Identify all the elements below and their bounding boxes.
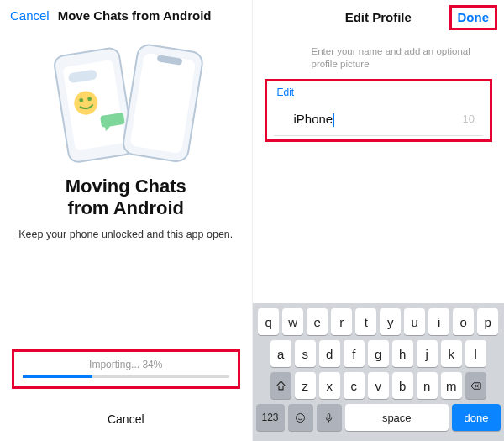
progress-track [23, 375, 229, 378]
name-input[interactable]: iPhone [294, 112, 463, 127]
svg-point-10 [298, 416, 299, 417]
numbers-key[interactable]: 123 [256, 404, 285, 431]
name-char-count: 10 [463, 113, 475, 125]
edit-label[interactable]: Edit [277, 87, 484, 98]
phones-illustration [0, 39, 252, 165]
done-highlight: Done [449, 5, 498, 30]
key-s[interactable]: s [295, 340, 316, 367]
key-g[interactable]: g [368, 340, 389, 367]
name-field-row[interactable]: iPhone 10 [274, 107, 484, 136]
key-n[interactable]: n [417, 372, 438, 399]
key-u[interactable]: u [404, 308, 425, 335]
key-y[interactable]: y [380, 308, 401, 335]
key-r[interactable]: r [331, 308, 352, 335]
svg-point-9 [297, 413, 305, 422]
ios-keyboard[interactable]: q w e r t y u i o p a s d f g h j k l [253, 303, 505, 441]
edit-profile-screen: Edit Profile Done Enter your name and ad… [253, 0, 505, 441]
right-header: Edit Profile Done [253, 0, 505, 34]
key-c[interactable]: c [344, 372, 365, 399]
key-i[interactable]: i [428, 308, 449, 335]
moving-title-line1: Moving Chats [0, 176, 252, 197]
key-z[interactable]: z [295, 372, 316, 399]
key-e[interactable]: e [307, 308, 328, 335]
key-f[interactable]: f [344, 340, 365, 367]
svg-rect-12 [328, 413, 330, 418]
moving-subtitle: Keep your phone unlocked and this app op… [0, 228, 252, 240]
text-caret [333, 113, 334, 127]
backspace-icon [470, 380, 482, 392]
key-o[interactable]: o [453, 308, 474, 335]
key-b[interactable]: b [392, 372, 413, 399]
key-l[interactable]: l [465, 340, 486, 367]
key-w[interactable]: w [282, 308, 303, 335]
key-x[interactable]: x [319, 372, 340, 399]
edit-profile-title: Edit Profile [345, 10, 412, 24]
key-v[interactable]: v [368, 372, 389, 399]
name-value: iPhone [294, 112, 333, 126]
emoji-key[interactable] [288, 404, 313, 431]
cancel-button[interactable]: Cancel [10, 8, 50, 23]
done-button[interactable]: Done [458, 10, 490, 24]
key-t[interactable]: t [355, 308, 376, 335]
importing-label: Importing... 34% [23, 359, 229, 370]
key-m[interactable]: m [441, 372, 462, 399]
move-chats-screen: Cancel Move Chats from Android [0, 0, 253, 441]
shift-icon [275, 380, 287, 392]
key-d[interactable]: d [319, 340, 340, 367]
key-a[interactable]: a [270, 340, 291, 367]
bottom-cancel-button[interactable]: Cancel [0, 412, 252, 426]
emoji-icon [294, 412, 307, 424]
keyboard-row-4: 123 space done [256, 404, 501, 431]
mic-icon [323, 412, 335, 424]
key-j[interactable]: j [417, 340, 438, 367]
moving-title-line2: from Android [0, 197, 252, 219]
progress-fill [23, 375, 92, 378]
name-edit-highlight: Edit iPhone 10 [265, 79, 493, 142]
backspace-key[interactable] [465, 372, 486, 399]
shift-key[interactable] [270, 372, 291, 399]
page-title: Move Chats from Android [58, 8, 212, 23]
keyboard-row-2: a s d f g h j k l [256, 340, 501, 367]
keyboard-row-1: q w e r t y u i o p [256, 308, 501, 335]
keyboard-row-3: z x c v b n m [256, 372, 501, 399]
key-q[interactable]: q [258, 308, 279, 335]
key-k[interactable]: k [441, 340, 462, 367]
space-key[interactable]: space [345, 404, 449, 431]
progress-area: Importing... 34% [12, 349, 240, 389]
progress-highlight: Importing... 34% [12, 349, 240, 389]
key-p[interactable]: p [477, 308, 498, 335]
keyboard-done-key[interactable]: done [452, 404, 501, 431]
key-h[interactable]: h [392, 340, 413, 367]
profile-hint: Enter your name and add an optional prof… [253, 34, 505, 79]
moving-title: Moving Chats from Android [0, 176, 252, 220]
left-header: Cancel Move Chats from Android [0, 0, 252, 31]
mic-key[interactable] [317, 404, 342, 431]
svg-point-11 [302, 416, 302, 417]
